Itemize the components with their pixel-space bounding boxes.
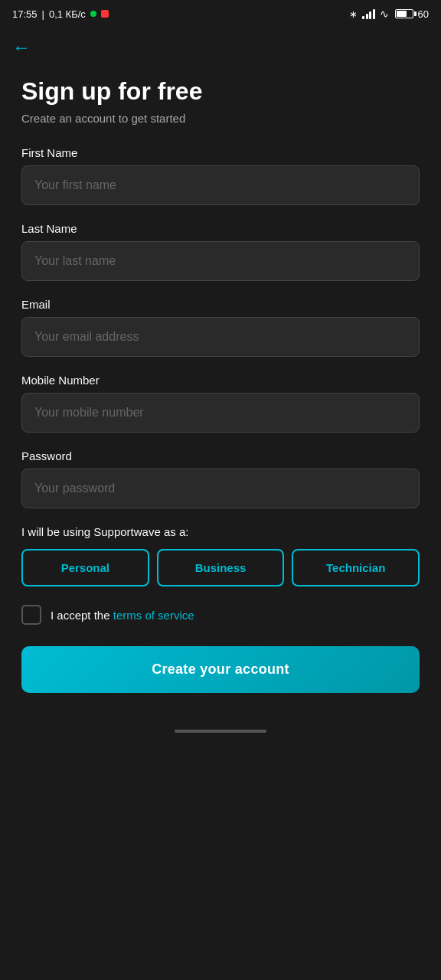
first-name-label: First Name <box>21 146 420 159</box>
terms-text: I accept the terms of service <box>51 609 194 622</box>
email-group: Email <box>21 298 420 357</box>
network-speed: 0,1 КБ/с <box>49 8 86 20</box>
password-label: Password <box>21 449 420 462</box>
role-technician-button[interactable]: Technician <box>292 549 420 586</box>
role-business-button[interactable]: Business <box>157 549 285 586</box>
password-group: Password <box>21 449 420 508</box>
bluetooth-icon: ∗ <box>349 8 358 20</box>
status-bar: 17:55 | 0,1 КБ/с ∗ ∿ 60 <box>0 0 441 28</box>
last-name-input[interactable] <box>21 241 420 281</box>
time-display: 17:55 <box>12 8 38 20</box>
network-indicator-green <box>90 11 96 17</box>
separator: | <box>42 8 44 20</box>
terms-prefix: I accept the <box>51 609 113 622</box>
wifi-icon: ∿ <box>380 8 389 20</box>
first-name-input[interactable] <box>21 165 420 205</box>
role-personal-button[interactable]: Personal <box>21 549 149 586</box>
last-name-label: Last Name <box>21 222 420 235</box>
first-name-group: First Name <box>21 146 420 205</box>
status-right: ∗ ∿ 60 <box>349 8 429 20</box>
email-input[interactable] <box>21 317 420 357</box>
battery-percent: 60 <box>418 8 429 20</box>
network-indicator-red <box>101 10 109 18</box>
back-button-container: ← <box>0 28 441 64</box>
bottom-indicator <box>175 730 266 733</box>
status-left: 17:55 | 0,1 КБ/с <box>12 8 109 20</box>
signal-icon <box>362 8 375 19</box>
battery-icon <box>395 9 413 18</box>
mobile-group: Mobile Number <box>21 374 420 433</box>
last-name-group: Last Name <box>21 222 420 281</box>
mobile-label: Mobile Number <box>21 374 420 387</box>
create-account-button[interactable]: Create your account <box>21 646 420 693</box>
page-subtitle: Create an account to get started <box>21 112 420 125</box>
role-buttons-container: Personal Business Technician <box>21 549 420 586</box>
page-title: Sign up for free <box>21 77 420 106</box>
email-label: Email <box>21 298 420 311</box>
role-label: I will be using Supportwave as a: <box>21 525 420 538</box>
terms-link[interactable]: terms of service <box>113 609 194 622</box>
mobile-input[interactable] <box>21 393 420 433</box>
password-input[interactable] <box>21 469 420 508</box>
terms-checkbox[interactable] <box>21 605 41 625</box>
terms-row: I accept the terms of service <box>21 605 420 625</box>
main-content: Sign up for free Create an account to ge… <box>0 64 441 717</box>
role-section: I will be using Supportwave as a: Person… <box>21 525 420 586</box>
back-button[interactable]: ← <box>12 37 31 58</box>
